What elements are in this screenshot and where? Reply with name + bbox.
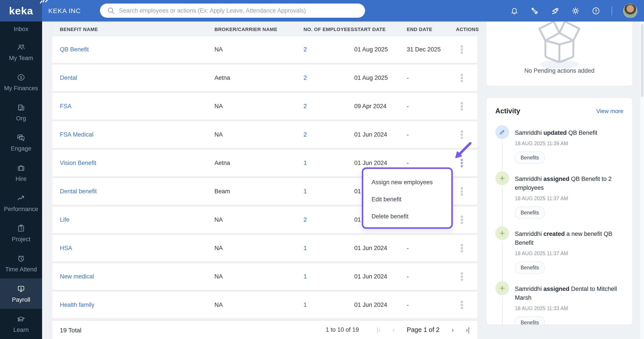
benefit-name-link[interactable]: HSA (60, 245, 214, 252)
employee-count-link[interactable]: 2 (304, 103, 354, 110)
benefit-name-link[interactable]: New medical (60, 273, 214, 280)
logo-spark-icon (39, 0, 48, 5)
page-scrollbar[interactable] (640, 22, 644, 339)
employee-count-link[interactable]: 1 (304, 188, 354, 195)
benefit-name-link[interactable]: Life (60, 216, 214, 223)
activity-panel: Activity View more Samriddhi updated QB … (486, 98, 632, 325)
time-icon (16, 254, 26, 263)
search-input[interactable] (119, 7, 358, 14)
benefit-name-link[interactable]: FSA Medical (60, 131, 214, 138)
company-name[interactable]: KEKA INC (48, 0, 81, 22)
end-date: 31 Dec 2025 (407, 46, 456, 53)
benefit-name-link[interactable]: QB Benefit (60, 46, 214, 53)
pagination: 1 to 10 of 19 |‹ ‹ Page 1 of 2 › ›| (326, 326, 470, 333)
benefit-name-link[interactable]: FSA (60, 103, 214, 110)
end-date: - (407, 301, 456, 308)
timeline-connector (502, 242, 503, 281)
table-row: HSA NA 1 01 Jun 2024 - (52, 235, 478, 261)
context-menu-item[interactable]: Delete benefit (363, 208, 451, 225)
end-date: - (407, 131, 456, 138)
user-avatar[interactable] (623, 4, 637, 18)
scrollbar-thumb[interactable] (641, 24, 643, 97)
activity-timestamp: 18 AUG 2025 11:33 AM (515, 305, 624, 312)
activity-text: Samriddhi assigned QB Benefit to 2 emplo… (515, 174, 624, 192)
table-row: FSA NA 2 09 Apr 2024 - (52, 93, 478, 120)
benefit-name-link[interactable]: Dental benefit (60, 188, 214, 195)
sidebar-item[interactable]: Org (0, 97, 42, 128)
row-actions-kebab-icon[interactable] (460, 271, 464, 282)
activity-timestamp: 18 AUG 2025 11:37 AM (515, 195, 624, 202)
start-date: 01 Jun 2024 (354, 273, 407, 280)
row-actions-kebab-icon[interactable] (460, 129, 464, 140)
activity-tag: Benefits (515, 207, 545, 219)
first-page-button[interactable]: |‹ (376, 326, 380, 333)
team-icon (16, 43, 26, 52)
benefit-name-link[interactable]: Health family (60, 301, 214, 308)
sidebar-item[interactable]: $ My Finances (0, 67, 42, 97)
table-row: Health family NA 1 01 Jun 2024 - (52, 291, 478, 318)
row-actions-kebab-icon[interactable] (460, 101, 464, 112)
tools-icon[interactable] (530, 6, 540, 16)
broker-name: NA (214, 46, 304, 53)
keka-logo[interactable]: keka (0, 0, 42, 22)
sidebar-item[interactable]: Time Attend (0, 248, 42, 278)
table-column-header: ACTIONS (456, 27, 479, 32)
help-icon[interactable]: ? (591, 6, 600, 16)
row-actions-kebab-icon[interactable] (460, 214, 464, 225)
row-actions-kebab-icon[interactable] (460, 186, 464, 197)
sidebar-item[interactable]: Engage (0, 128, 42, 158)
employee-count-link[interactable]: 2 (304, 216, 354, 223)
broker-name: NA (214, 131, 304, 138)
employee-count-link[interactable]: 1 (304, 160, 354, 167)
next-page-button[interactable]: › (452, 326, 454, 333)
activity-text: Samriddhi updated QB Benefit (515, 128, 597, 137)
row-actions-kebab-icon[interactable] (460, 299, 464, 310)
sidebar-item[interactable]: Inbox (0, 22, 42, 37)
activity-tag: Benefits (515, 262, 545, 274)
employee-count-link[interactable]: 1 (304, 301, 354, 308)
row-actions-kebab-icon[interactable] (460, 44, 464, 55)
plus-icon (495, 171, 509, 185)
plus-icon (495, 226, 509, 240)
employee-count-link[interactable]: 2 (304, 75, 354, 81)
start-date: 01 Aug 2025 (354, 75, 407, 81)
benefit-name-link[interactable]: Vision Benefit (60, 160, 214, 167)
employee-count-link[interactable]: 1 (304, 273, 354, 280)
view-more-link[interactable]: View more (596, 108, 624, 115)
row-actions-kebab-icon[interactable] (460, 158, 464, 169)
finances-icon: $ (16, 73, 26, 82)
last-page-button[interactable]: ›| (466, 326, 470, 333)
end-date: - (407, 103, 456, 110)
sidebar-item[interactable]: $ Payroll (0, 278, 42, 309)
prev-page-button[interactable]: ‹ (392, 326, 395, 333)
svg-text:$: $ (20, 75, 22, 80)
bell-icon[interactable] (510, 6, 519, 16)
row-actions-kebab-icon[interactable] (460, 243, 464, 254)
rocket-icon[interactable] (550, 6, 560, 16)
sidebar-item[interactable]: Project (0, 218, 42, 248)
row-actions-kebab-icon[interactable] (460, 73, 464, 83)
timeline-connector (502, 187, 503, 226)
sidebar-item[interactable]: Hire (0, 158, 42, 188)
start-date: 01 Jun 2024 (354, 131, 407, 138)
gear-icon[interactable] (571, 6, 580, 16)
pagination-range: 1 to 10 of 19 (326, 326, 359, 333)
svg-text:$: $ (20, 286, 22, 290)
broker-name: NA (214, 216, 304, 223)
sidebar-item[interactable]: Performance (0, 188, 42, 218)
start-date: 01 Jun 2024 (354, 301, 407, 308)
global-search (100, 4, 365, 18)
employee-count-link[interactable]: 2 (304, 131, 354, 138)
sidebar-item[interactable]: My Team (0, 37, 42, 67)
context-menu-item[interactable]: Assign new employees (363, 174, 451, 191)
sidebar-item[interactable]: Learn (0, 309, 42, 339)
sidebar-nav: Inbox My Team $ My Finances Org Engage H… (0, 22, 42, 339)
topbar-divider (612, 6, 612, 16)
sidebar-item-label: Payroll (12, 296, 30, 303)
context-menu-item[interactable]: Edit benefit (363, 191, 451, 208)
row-context-menu: Assign new employees Edit benefit Delete… (362, 167, 453, 229)
broker-name: Beam (214, 188, 304, 195)
employee-count-link[interactable]: 1 (304, 245, 354, 252)
employee-count-link[interactable]: 2 (304, 46, 354, 53)
benefit-name-link[interactable]: Dental (60, 75, 214, 81)
